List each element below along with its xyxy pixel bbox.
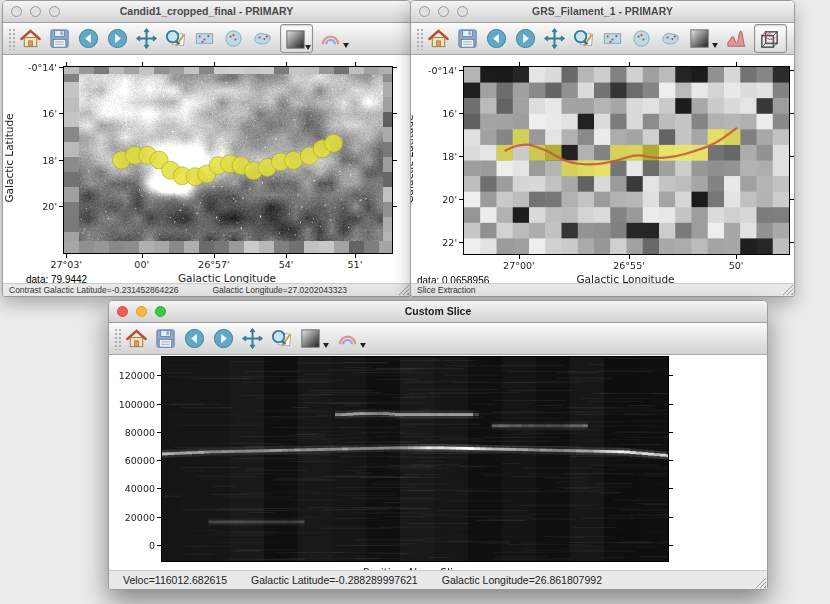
y-tick-mark — [790, 113, 794, 114]
close-button[interactable] — [419, 6, 430, 17]
rainbow-icon[interactable] — [319, 27, 342, 50]
minimize-button[interactable] — [30, 6, 41, 17]
zoom-button[interactable] — [49, 6, 60, 17]
histogram-icon[interactable] — [725, 27, 748, 50]
window-candid1[interactable]: Candid1_cropped_final - PRIMARY data: 79… — [2, 0, 411, 297]
y-tick-label: 20000 — [108, 512, 155, 523]
y-tick-label: 60000 — [108, 455, 155, 466]
x-tick-mark — [355, 62, 356, 66]
y-tick-mark — [790, 156, 794, 157]
dropdown-arrow-icon[interactable] — [343, 43, 349, 48]
colormap-icon[interactable] — [688, 27, 711, 50]
window-grs-filament[interactable]: GRS_Filament_1 - PRIMARY » data: 0.06589… — [410, 0, 795, 297]
colormap-icon[interactable] — [280, 24, 313, 53]
toolbar — [3, 23, 410, 55]
candid1_map-canvas[interactable] — [63, 66, 393, 254]
rect-select-icon[interactable] — [193, 27, 216, 50]
lasso-select-icon[interactable] — [659, 27, 682, 50]
custom_slice_pv-canvas[interactable] — [161, 356, 669, 562]
x-tick-label: 26°55' — [601, 260, 657, 271]
rect-select-icon[interactable] — [601, 27, 624, 50]
colormap-icon[interactable] — [299, 327, 322, 350]
x-tick-label: 26°57' — [186, 259, 242, 270]
dropdown-arrow-icon[interactable] — [305, 45, 311, 50]
status-bar: Slice Extraction — [411, 283, 794, 296]
y-tick-label: -0°14' — [3, 62, 57, 73]
toolbar-grip[interactable] — [8, 28, 15, 50]
x-tick-mark — [629, 62, 630, 66]
back-icon[interactable] — [77, 27, 100, 50]
y-tick-mark — [790, 242, 794, 243]
toolbar — [109, 323, 767, 355]
save-icon[interactable] — [154, 327, 177, 350]
y-tick-label: 40000 — [108, 483, 155, 494]
y-tick-label: 80000 — [108, 427, 155, 438]
y-tick-mark — [459, 113, 463, 114]
lasso-select-icon[interactable] — [251, 27, 274, 50]
x-tick-mark — [629, 255, 630, 259]
status-text: Veloc=116012.682615 — [123, 574, 227, 586]
ellipse-select-icon[interactable] — [630, 27, 653, 50]
zoom-button[interactable] — [457, 6, 468, 17]
y-tick-label: 22' — [410, 237, 457, 248]
close-button[interactable] — [117, 306, 128, 317]
close-button[interactable] — [11, 6, 22, 17]
resize-grip[interactable] — [782, 284, 793, 295]
x-tick-label: 27°03' — [38, 259, 94, 270]
zoom-icon[interactable] — [270, 327, 293, 350]
rainbow-icon[interactable] — [336, 327, 359, 350]
toolbar-grip[interactable] — [114, 328, 121, 350]
y-tick-mark — [59, 113, 63, 114]
y-tick-mark — [157, 517, 161, 518]
save-icon[interactable] — [456, 27, 479, 50]
y-tick-label: 18' — [410, 151, 457, 162]
y-axis-label: Galactic Latitude — [3, 88, 15, 228]
minimize-button[interactable] — [438, 6, 449, 17]
window-custom-slice[interactable]: Custom Slice 020000400006000080000100000… — [108, 300, 768, 590]
back-icon[interactable] — [183, 327, 206, 350]
home-icon[interactable] — [427, 27, 450, 50]
y-tick-label: -0°14' — [410, 65, 457, 76]
window-title: Candid1_cropped_final - PRIMARY — [3, 1, 410, 22]
y-tick-mark — [393, 113, 397, 114]
status-text: Slice Extraction — [417, 285, 476, 295]
x-tick-mark — [355, 254, 356, 258]
minimize-button[interactable] — [136, 306, 147, 317]
home-icon[interactable] — [19, 27, 42, 50]
y-tick-mark — [459, 242, 463, 243]
save-icon[interactable] — [48, 27, 71, 50]
y-tick-mark — [669, 432, 673, 433]
ellipse-select-icon[interactable] — [222, 27, 245, 50]
home-icon[interactable] — [125, 327, 148, 350]
x-tick-mark — [142, 62, 143, 66]
titlebar[interactable]: GRS_Filament_1 - PRIMARY — [411, 1, 794, 23]
zoom-button[interactable] — [155, 306, 166, 317]
pan-icon[interactable] — [543, 27, 566, 50]
dropdown-arrow-icon[interactable] — [712, 43, 718, 48]
cube-icon[interactable] — [754, 24, 787, 53]
dropdown-arrow-icon[interactable] — [323, 343, 329, 348]
pan-icon[interactable] — [241, 327, 264, 350]
titlebar[interactable]: Candid1_cropped_final - PRIMARY — [3, 1, 410, 23]
resize-grip[interactable] — [398, 284, 409, 295]
y-tick-mark — [669, 404, 673, 405]
x-tick-mark — [286, 62, 287, 66]
back-icon[interactable] — [485, 27, 508, 50]
titlebar[interactable]: Custom Slice — [109, 301, 767, 323]
y-tick-mark — [59, 160, 63, 161]
dropdown-arrow-icon[interactable] — [360, 343, 366, 348]
toolbar-overflow-icon[interactable]: » — [793, 23, 795, 54]
zoom-icon[interactable] — [164, 27, 187, 50]
y-tick-mark — [157, 545, 161, 546]
forward-icon[interactable] — [212, 327, 235, 350]
status-text: Galactic Latitude=-0.288289997621 — [251, 574, 418, 586]
x-tick-mark — [736, 255, 737, 259]
forward-icon[interactable] — [514, 27, 537, 50]
resize-grip[interactable] — [755, 577, 766, 588]
grs_map-canvas[interactable] — [463, 66, 790, 255]
status-text: Galactic Longitude=27.0202043323 — [212, 285, 346, 295]
pan-icon[interactable] — [135, 27, 158, 50]
zoom-icon[interactable] — [572, 27, 595, 50]
forward-icon[interactable] — [106, 27, 129, 50]
toolbar-grip[interactable] — [416, 28, 423, 50]
